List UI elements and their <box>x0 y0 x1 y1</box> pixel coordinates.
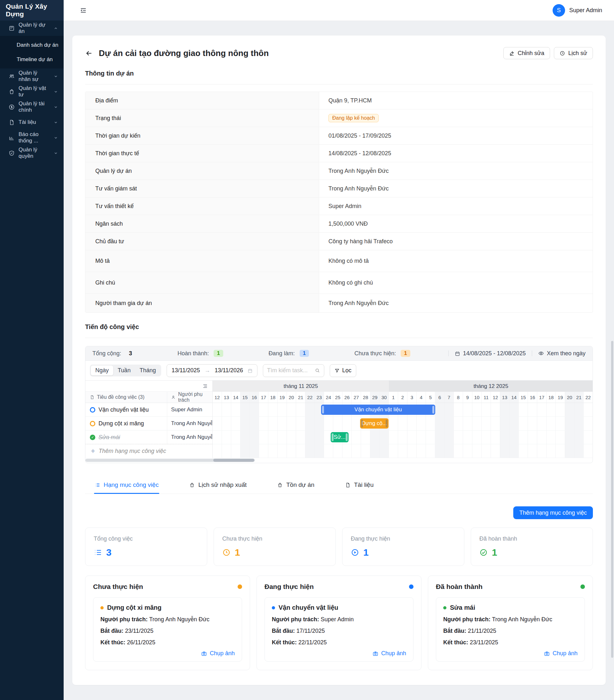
table-row: Tư vấn thiết kế Super Admin <box>85 198 592 215</box>
task-assignee-cell: Super Admin <box>167 403 212 416</box>
info-row-label: Địa điểm <box>85 92 319 109</box>
task-search-input[interactable] <box>267 367 315 374</box>
date-from-value[interactable]: 13/11/2025 <box>171 367 200 374</box>
stat-label: Chưa thực hiện <box>222 536 327 542</box>
gantt-bar-van-chuyen-vat-lieu[interactable]: Vận chuyển vật liệu <box>321 404 435 415</box>
field-value: 23/11/2025 <box>470 639 498 646</box>
gantt-task-row[interactable]: Dựng cột xi măng Trong Anh Nguyễn Đức <box>85 417 212 430</box>
sidebar-item-bao-cao-thong-ke[interactable]: Báo cáo thống ... <box>0 130 64 145</box>
info-row-label: Mô tả <box>85 250 319 272</box>
segment-month[interactable]: Tháng <box>135 365 160 375</box>
gantt-task-row[interactable]: ✓ Sửa mái Trong Anh Nguyễn Đức <box>85 430 212 444</box>
gantt-grid-cell <box>287 444 296 458</box>
gantt-grid-cell <box>491 417 500 430</box>
edit-button[interactable]: Chỉnh sửa <box>503 47 550 59</box>
add-task-row[interactable]: + Thêm hạng mục công việc <box>85 444 212 458</box>
sidebar-item-danh-sach-du-an[interactable]: Danh sách dự án <box>0 38 64 52</box>
app-root: Quản Lý Xây Dựng Quản lý dự án Danh sách… <box>0 0 614 700</box>
gantt-grid-cell <box>398 444 407 458</box>
window-scrollbar[interactable] <box>611 341 613 658</box>
task-card[interactable]: Vận chuyển vật liệu Người phụ trách: Sup… <box>265 597 413 662</box>
gantt-grid-cell <box>519 444 528 458</box>
gantt-grid-cell <box>333 417 343 430</box>
gantt-grid-cell <box>547 417 556 430</box>
task-card[interactable]: Dựng cột xi măng Người phụ trách: Trong … <box>93 597 242 662</box>
stat-card-doing: Đang thực hiện 1 <box>342 527 464 566</box>
gantt-grid-cell <box>222 444 231 458</box>
add-work-item-button[interactable]: Thêm hạng mục công việc <box>513 507 593 519</box>
sidebar-item-quan-ly-vat-tu[interactable]: Quản lý vật tư <box>0 84 64 99</box>
table-row: Tư vấn giám sát Trong Anh Nguyễn Đức <box>85 180 592 198</box>
list-icon <box>94 548 102 557</box>
gantt-grid-cell <box>315 430 324 444</box>
gantt-month-header: tháng 11 2025 tháng 12 2025 <box>213 380 592 392</box>
date-to-value[interactable]: 13/11/2026 <box>215 367 243 374</box>
gantt-grid-row: Vận chuyển vật liệu <box>213 403 592 417</box>
tab-hang-muc-cong-viec[interactable]: Hạng mục công việc <box>94 477 159 493</box>
chevron-down-icon <box>54 136 58 140</box>
photo-link[interactable]: Chụp ảnh <box>443 650 577 657</box>
gantt-grid-cell <box>574 403 584 416</box>
segment-day[interactable]: Ngày <box>91 365 113 375</box>
gantt-grid-cell <box>472 430 482 444</box>
date-range-picker[interactable]: 13/11/2025 → 13/11/2026 <box>167 364 257 377</box>
field-label: Kết thúc: <box>100 639 125 646</box>
info-row-value: Trong Anh Nguyễn Đức <box>319 294 592 312</box>
collapse-list-icon[interactable] <box>202 384 208 389</box>
gantt-day-cell: 2 <box>398 392 407 403</box>
task-start-line: Bắt đầu: 21/11/2025 <box>443 628 577 634</box>
bag-icon <box>189 482 195 488</box>
gantt-grid-cell <box>213 430 222 444</box>
topbar: S Super Admin <box>64 0 614 21</box>
scrollbar-thumb[interactable] <box>213 459 254 462</box>
view-mode-toggle[interactable]: Xem theo ngày <box>538 350 586 357</box>
segment-week[interactable]: Tuần <box>113 365 135 375</box>
sidebar: Quản Lý Xây Dựng Quản lý dự án Danh sách… <box>0 0 64 700</box>
sidebar-item-tai-lieu[interactable]: Tài liệu <box>0 115 64 130</box>
gantt-grid-cell <box>315 417 324 430</box>
sidebar-item-quan-ly-tai-chinh[interactable]: Quản lý tài chính <box>0 99 64 115</box>
gantt-task-row[interactable]: Vận chuyển vật liệu Super Admin <box>85 403 212 417</box>
gantt-grid-cell <box>389 444 398 458</box>
gantt-day-cell: 25 <box>333 392 343 403</box>
gantt-grid-cell <box>472 444 482 458</box>
gantt-grid-cell <box>398 430 407 444</box>
person-icon <box>171 395 176 399</box>
gantt-bar-sua-mai[interactable]: Sử... <box>331 432 348 442</box>
info-section-heading: Thông tin dự án <box>85 59 593 85</box>
stat-card-done: Đã hoàn thành 1 <box>471 527 593 566</box>
history-button[interactable]: Lịch sử <box>554 47 593 59</box>
sidebar-item-quan-ly-du-an[interactable]: Quản lý dự án <box>0 21 64 36</box>
back-arrow-icon[interactable] <box>85 49 93 57</box>
user-chip[interactable]: S Super Admin <box>553 4 602 17</box>
gantt-bar-dung-cot-xi-mang[interactable]: Dựng cộ... <box>360 418 388 428</box>
stat-number: 3 <box>106 547 112 558</box>
sidebar-item-quan-ly-quyen[interactable]: Quản lý quyền <box>0 145 64 161</box>
menu-fold-icon[interactable] <box>80 7 87 14</box>
gantt-grid-cell <box>305 430 315 444</box>
kanban-column-header: Đang thực hiện <box>265 583 413 590</box>
summary-total-value: 3 <box>129 350 132 357</box>
sidebar-item-timeline-du-an[interactable]: Timeline dự án <box>0 52 64 66</box>
info-row-label: Thời gian dự kiến <box>85 127 319 145</box>
task-card[interactable]: Sửa mái Người phụ trách: Trong Anh Nguyễ… <box>436 597 585 662</box>
gantt-day-cell: 13 <box>222 392 231 403</box>
title-actions: Chỉnh sửa Lịch sử <box>503 47 593 59</box>
photo-link[interactable]: Chụp ảnh <box>100 650 235 657</box>
photo-link[interactable]: Chụp ảnh <box>272 650 406 657</box>
tab-ton-du-an[interactable]: Tồn dự án <box>277 477 315 493</box>
tab-tai-lieu[interactable]: Tài liệu <box>344 477 374 493</box>
people-icon <box>9 73 15 79</box>
gantt-grid-cell <box>380 444 389 458</box>
search-icon[interactable] <box>315 368 320 373</box>
sidebar-item-quan-ly-nhan-su[interactable]: Quản lý nhân sự <box>0 68 64 84</box>
gantt-day-cell: 10 <box>472 392 482 403</box>
stat-card-total: Tổng công việc 3 <box>85 527 207 566</box>
filter-button[interactable]: Lọc <box>330 364 356 377</box>
tab-lich-su-nhap-xuat[interactable]: Lịch sử nhập xuất <box>189 477 247 493</box>
info-row-value: Trong Anh Nguyễn Đức <box>319 180 592 197</box>
shield-check-icon <box>9 150 15 156</box>
gantt-panel: Tổng cộng: 3 Hoàn thành: 1 Đang làm: 1 <box>85 346 593 463</box>
add-task-label: Thêm hạng mục công việc <box>99 448 166 454</box>
info-row-label: Quản lý dự án <box>85 162 319 179</box>
